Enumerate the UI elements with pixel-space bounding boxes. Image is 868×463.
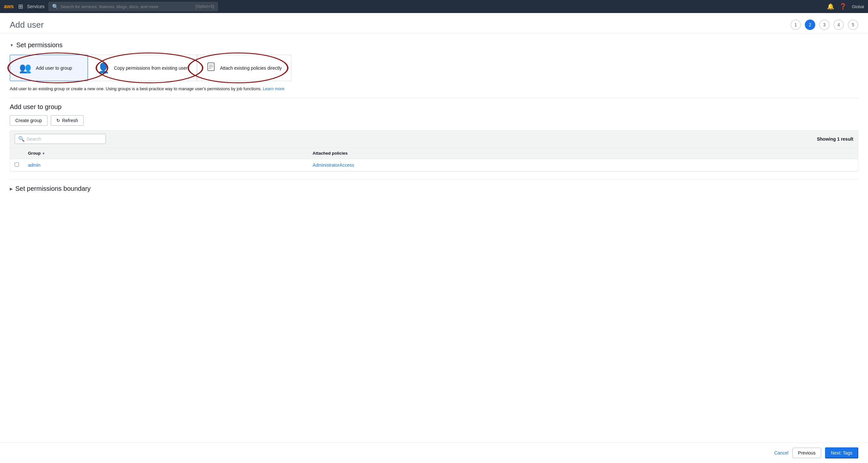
search-box[interactable]: 🔍 [14,134,106,144]
policy-link[interactable]: AdministratorAccess [313,162,354,168]
result-count: Showing 1 result [817,136,854,142]
search-shortcut: [Option+S] [196,4,214,9]
step-5[interactable]: 5 [848,20,858,30]
permission-card-add-to-group-label: Add user to group [36,65,72,71]
help-icon[interactable]: ❓ [839,3,846,10]
table-row: admin AdministratorAccess [10,159,858,171]
row-checkbox[interactable] [14,162,19,167]
groups-table: Group ▼ Attached policies admin [10,148,858,171]
create-group-button[interactable]: Create group [10,115,48,126]
policies-column-header: Attached policies [308,148,858,159]
collapse-triangle[interactable]: ▼ [10,43,14,48]
group-action-buttons: Create group ↻ Refresh [10,115,858,126]
sort-icon: ▼ [42,152,45,155]
region-selector[interactable]: Global [852,4,864,9]
group-name-cell: admin [24,159,308,171]
groups-table-container: 🔍 Showing 1 result Group ▼ Attached poli… [10,130,858,172]
row-checkbox-cell [10,159,24,171]
add-user-to-group-title: Add user to group [10,98,858,111]
search-icon-small: 🔍 [18,136,25,142]
previous-button[interactable]: Previous [793,448,821,458]
expand-triangle[interactable]: ▶ [10,187,13,191]
search-icon: 🔍 [52,4,59,10]
step-3[interactable]: 3 [819,20,830,30]
boundary-title: Set permissions boundary [15,185,91,192]
learn-more-link[interactable]: Learn more [263,86,284,91]
group-name-link[interactable]: admin [28,162,40,168]
permission-card-attach-label: Attach existing policies directly [220,65,282,71]
bell-icon[interactable]: 🔔 [827,3,834,10]
step-indicators: 1 2 3 4 5 [790,20,858,30]
set-permissions-title: Set permissions [16,41,63,49]
permission-card-attach-policies[interactable]: Attach existing policies directly [197,55,291,81]
permission-card-add-to-group[interactable]: 👥 Add user to group [10,55,88,81]
permissions-description: Add user to an existing group or create … [10,86,858,91]
step-4[interactable]: 4 [834,20,844,30]
user-icon: 👤 [97,62,110,73]
refresh-button[interactable]: ↻ Refresh [51,115,84,126]
permission-cards-container: 👥 Add user to group 👤 Copy permissions f… [10,55,291,81]
global-search-box[interactable]: 🔍 [Option+S] [49,2,218,11]
attached-policies-cell: AdministratorAccess [308,159,858,171]
select-all-header [10,148,24,159]
search-input[interactable] [27,136,102,142]
bottom-action-bar: Cancel Previous Next: Tags [0,442,868,463]
step-1[interactable]: 1 [790,20,801,30]
nav-right-section: 🔔 ❓ Global [827,3,864,10]
svg-text:aws: aws [4,4,14,9]
next-button[interactable]: Next: Tags [825,447,858,458]
permissions-boundary-section: ▶ Set permissions boundary [10,179,858,192]
group-icon: 👥 [19,62,31,73]
main-content: Add user 1 2 3 4 5 ▼ Set permissions 👥 A… [0,13,868,463]
table-header: Group ▼ Attached policies [10,148,858,159]
refresh-icon: ↻ [56,118,60,123]
grid-icon[interactable]: ⊞ [18,3,23,10]
set-permissions-header: ▼ Set permissions [10,41,858,49]
step-2[interactable]: 2 [805,20,815,30]
content-area: ▼ Set permissions 👥 Add user to group 👤 … [0,34,868,200]
boundary-header: ▶ Set permissions boundary [10,185,858,192]
permission-card-copy-label: Copy permissions from existing user [114,65,188,71]
page-header: Add user 1 2 3 4 5 [0,13,868,34]
services-nav-item[interactable]: Services [27,4,44,9]
top-navigation: aws ⊞ Services 🔍 [Option+S] 🔔 ❓ Global [0,0,868,13]
cancel-button[interactable]: Cancel [774,450,788,456]
table-toolbar: 🔍 Showing 1 result [10,130,858,148]
aws-logo[interactable]: aws [4,3,14,10]
table-body: admin AdministratorAccess [10,159,858,171]
document-icon [207,62,216,73]
group-column-header[interactable]: Group ▼ [24,148,308,159]
global-search-input[interactable] [61,4,193,9]
permission-card-copy-permissions[interactable]: 👤 Copy permissions from existing user [88,55,197,81]
page-title: Add user [10,20,43,30]
